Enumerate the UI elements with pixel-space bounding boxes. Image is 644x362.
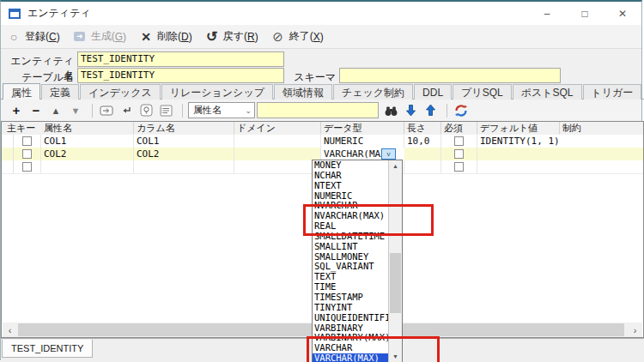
dropdown-item[interactable]: SQL_VARIANT xyxy=(313,262,390,272)
tab-index[interactable]: インデックス xyxy=(80,84,161,100)
required-checkbox[interactable] xyxy=(454,136,464,146)
generate-button: ➜ 生成(G) xyxy=(72,29,126,44)
dropdown-scrollbar-thumb[interactable] xyxy=(390,253,401,313)
close-button-icon[interactable]: ✕ xyxy=(604,2,641,25)
dropdown-item[interactable]: SMALLMONEY xyxy=(313,252,390,262)
dropdown-item[interactable]: NUMERIC xyxy=(313,191,390,202)
primary-key-checkbox[interactable] xyxy=(22,136,32,146)
cell-column-name[interactable]: COL2 xyxy=(134,148,234,160)
highlight-box-nvarchar-max xyxy=(303,204,434,236)
refresh-button[interactable] xyxy=(453,103,470,118)
insert-column-button[interactable] xyxy=(98,103,115,118)
cell-column-name[interactable]: COL1 xyxy=(134,135,234,148)
datatype-cell-editor[interactable]: VARCHAR(MAX) v xyxy=(321,148,404,160)
minimize-button-icon[interactable]: – xyxy=(528,2,566,25)
delete-button[interactable]: ✕ 削除(D) xyxy=(138,29,192,44)
col-header-constraint[interactable]: 制約 xyxy=(560,122,643,134)
cell-default-value[interactable]: IDENTITY(1, 1) xyxy=(477,135,560,148)
dropdown-item[interactable]: SMALLINT xyxy=(313,242,390,252)
cell-length[interactable] xyxy=(404,148,441,160)
cell-attribute-name[interactable] xyxy=(41,160,134,173)
exit-button[interactable]: ⊘ 終了(X) xyxy=(270,29,324,44)
cell-attribute-name[interactable]: COL2 xyxy=(41,148,134,160)
dropdown-item[interactable]: VARBINARY xyxy=(313,323,390,334)
cell-length[interactable]: 10,0 xyxy=(404,135,441,148)
col-header-attribute-name[interactable]: 属性名 xyxy=(41,122,134,134)
list-icon xyxy=(160,105,173,117)
dropdown-item[interactable]: TIME xyxy=(313,282,390,293)
required-checkbox[interactable] xyxy=(454,162,464,172)
primary-key-checkbox[interactable] xyxy=(22,162,32,172)
dropdown-scrollbar[interactable]: ▲ ▼ xyxy=(388,160,402,362)
entity-page-tab[interactable]: TEST_IDENTITY xyxy=(2,340,93,358)
cell-datatype[interactable]: NUMERIC xyxy=(321,135,404,148)
col-header-domain[interactable]: ドメイン xyxy=(234,122,321,134)
cell-constraint[interactable] xyxy=(560,160,643,173)
cell-column-name[interactable] xyxy=(134,160,234,173)
col-header-datatype[interactable]: データ型 xyxy=(321,122,404,134)
cell-domain[interactable] xyxy=(234,135,321,148)
toolbar-separator xyxy=(92,104,93,118)
scroll-right-icon[interactable]: › xyxy=(628,323,642,337)
register-button[interactable]: ○ 登録(C) xyxy=(6,29,60,44)
maximize-button-icon[interactable]: □ xyxy=(566,2,604,25)
table-name-field[interactable]: TEST_IDENTITY xyxy=(77,68,284,83)
tab-storage[interactable]: 領域情報 xyxy=(274,84,332,100)
col-header-length[interactable]: 長さ xyxy=(404,122,441,134)
find-previous-button[interactable] xyxy=(422,103,439,118)
cell-length[interactable] xyxy=(404,160,441,173)
cell-constraint[interactable] xyxy=(560,148,643,160)
cell-constraint[interactable] xyxy=(560,135,643,148)
search-input[interactable] xyxy=(257,102,379,118)
primary-key-checkbox[interactable] xyxy=(22,149,32,159)
tab-pre-sql[interactable]: プリSQL xyxy=(453,84,512,100)
exit-label: 終了( xyxy=(289,29,313,44)
dropdown-item[interactable]: UNIQUEIDENTIFIER xyxy=(313,313,390,323)
cell-default-value[interactable] xyxy=(477,160,560,173)
table-row[interactable]: COL1 COL1 NUMERIC 10,0 IDENTITY(1, 1) xyxy=(2,135,643,148)
filter-target-combo[interactable]: 属性名 ⌄ xyxy=(188,102,255,118)
cell-domain[interactable] xyxy=(234,160,321,173)
dropdown-item[interactable]: TEXT xyxy=(313,272,390,282)
cell-domain[interactable] xyxy=(234,148,321,160)
notes-button[interactable] xyxy=(157,103,174,118)
dropdown-item[interactable]: TIMESTAMP xyxy=(313,293,390,303)
cell-default-value[interactable] xyxy=(477,148,560,160)
tab-ddl[interactable]: DDL xyxy=(414,84,452,100)
exit-icon: ⊘ xyxy=(270,31,286,43)
scroll-up-icon[interactable]: ▲ xyxy=(389,160,402,172)
schema-field[interactable] xyxy=(339,68,561,83)
move-down-button[interactable]: ▼ xyxy=(67,103,84,118)
dropdown-item[interactable]: MONEY xyxy=(313,160,390,171)
tab-relationship[interactable]: リレーションシップ xyxy=(161,84,273,100)
line-break-button[interactable] xyxy=(118,103,135,118)
dropdown-item[interactable]: NCHAR xyxy=(313,171,390,181)
find-button[interactable] xyxy=(382,103,399,118)
entity-name-field[interactable]: TEST_IDENTITY xyxy=(77,51,284,67)
add-row-button[interactable]: + xyxy=(8,103,25,118)
lightbulb-icon xyxy=(140,104,153,117)
remove-row-button[interactable]: − xyxy=(27,103,45,118)
arrow-down-icon xyxy=(404,104,417,117)
undo-button[interactable]: ↺ 戻す(R) xyxy=(204,29,258,44)
chevron-down-icon: ⌄ xyxy=(245,106,252,115)
col-header-default-value[interactable]: デフォルト値 xyxy=(477,122,560,134)
hint-button[interactable] xyxy=(137,103,155,118)
move-up-button[interactable]: ▲ xyxy=(47,103,64,118)
row-indicator xyxy=(2,148,14,160)
col-header-primary-key[interactable]: 主キー xyxy=(2,122,41,134)
required-checkbox[interactable] xyxy=(454,149,464,159)
tab-post-sql[interactable]: ポストSQL xyxy=(513,84,582,100)
scroll-left-icon[interactable]: ‹ xyxy=(3,323,17,337)
col-header-column-name[interactable]: カラム名 xyxy=(134,122,234,134)
tab-definition[interactable]: 定義 xyxy=(41,84,79,100)
tab-trigger[interactable]: トリガー xyxy=(583,84,642,100)
dropdown-item[interactable]: TINYINT xyxy=(313,303,390,313)
tab-attributes[interactable]: 属性 xyxy=(3,83,40,100)
find-next-button[interactable] xyxy=(402,103,419,118)
cell-attribute-name[interactable]: COL1 xyxy=(41,135,134,148)
dropdown-item[interactable]: NTEXT xyxy=(313,181,390,191)
datatype-combo-button[interactable]: v xyxy=(381,148,396,160)
col-header-required[interactable]: 必須 xyxy=(441,122,477,134)
tab-check-constraint[interactable]: チェック制約 xyxy=(333,84,413,100)
